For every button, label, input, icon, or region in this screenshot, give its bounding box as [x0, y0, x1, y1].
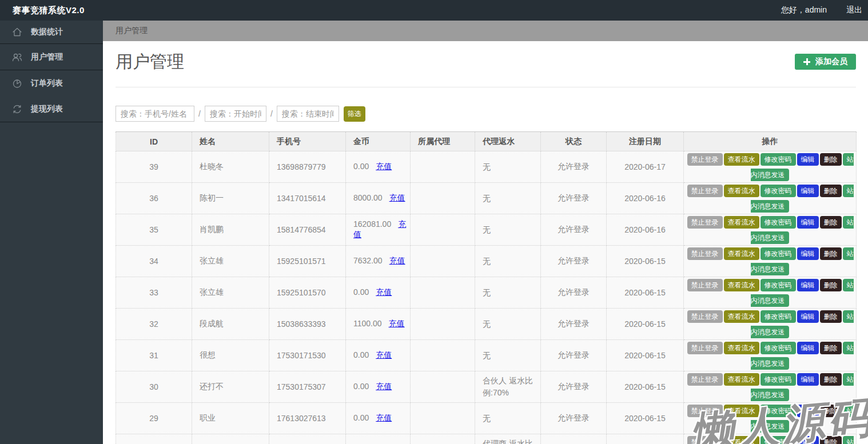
- delete-button[interactable]: 删除: [820, 247, 842, 260]
- delete-button[interactable]: 删除: [820, 405, 842, 417]
- recharge-link[interactable]: 充值: [376, 162, 392, 171]
- edit-button[interactable]: 编辑: [797, 342, 819, 354]
- view-flow-button[interactable]: 查看流水: [724, 216, 759, 229]
- view-flow-button[interactable]: 查看流水: [724, 405, 759, 417]
- recharge-link[interactable]: 充值: [376, 287, 392, 297]
- delete-button[interactable]: 删除: [820, 310, 842, 323]
- cell-status: 允许登录: [541, 403, 607, 434]
- header-rebate: 代理返水: [475, 132, 541, 151]
- cell-id: 30: [116, 371, 192, 403]
- cell-phone: 15038633393: [269, 309, 346, 340]
- coins-value: 0.00: [353, 287, 369, 297]
- forbid-login-button[interactable]: 禁止登录: [687, 436, 723, 444]
- recharge-link[interactable]: 充值: [376, 350, 392, 359]
- view-flow-button[interactable]: 查看流水: [724, 310, 759, 323]
- cell-status: 允许登录: [541, 151, 607, 183]
- search-end-time-input[interactable]: [277, 106, 339, 122]
- change-password-button[interactable]: 修改密码: [761, 247, 796, 260]
- cell-date: 2020-06-17: [607, 151, 684, 183]
- delete-button[interactable]: 删除: [820, 185, 842, 197]
- cell-name: 杜晓冬: [192, 151, 269, 183]
- view-flow-button[interactable]: 查看流水: [724, 185, 759, 197]
- cell-operations: 禁止登录查看流水修改密码编辑删除站内消息发送: [684, 309, 857, 340]
- forbid-login-button[interactable]: 禁止登录: [687, 279, 723, 291]
- forbid-login-button[interactable]: 禁止登录: [687, 247, 723, 260]
- forbid-login-button[interactable]: 禁止登录: [687, 153, 723, 166]
- edit-button[interactable]: 编辑: [797, 153, 819, 166]
- change-password-button[interactable]: 修改密码: [761, 436, 796, 444]
- cell-date: 2020-06-15: [607, 277, 684, 309]
- sidebar-item-order-list[interactable]: 订单列表: [0, 70, 103, 96]
- cell-rebate: 无: [475, 277, 541, 309]
- view-flow-button[interactable]: 查看流水: [724, 436, 759, 444]
- edit-button[interactable]: 编辑: [797, 373, 819, 386]
- forbid-login-button[interactable]: 禁止登录: [687, 310, 723, 323]
- change-password-button[interactable]: 修改密码: [761, 310, 796, 323]
- change-password-button[interactable]: 修改密码: [761, 405, 796, 417]
- delete-button[interactable]: 删除: [820, 279, 842, 291]
- delete-button[interactable]: 删除: [820, 436, 842, 444]
- recharge-link[interactable]: 充值: [376, 382, 392, 391]
- cell-operations: 禁止登录查看流水修改密码编辑删除站内消息发送: [684, 151, 857, 183]
- cell-date: 2020-06-15: [607, 309, 684, 340]
- sidebar: 数据统计 用户管理 订单列表 提现列表: [0, 21, 103, 444]
- sidebar-item-data-stats[interactable]: 数据统计: [0, 21, 103, 43]
- change-password-button[interactable]: 修改密码: [761, 342, 796, 354]
- forbid-login-button[interactable]: 禁止登录: [687, 405, 723, 417]
- view-flow-button[interactable]: 查看流水: [724, 153, 759, 166]
- cell-coins: 0.00充值: [346, 434, 411, 444]
- forbid-login-button[interactable]: 禁止登录: [687, 185, 723, 197]
- edit-button[interactable]: 编辑: [797, 436, 819, 444]
- view-flow-button[interactable]: 查看流水: [724, 373, 759, 386]
- sidebar-item-label: 用户管理: [31, 52, 63, 62]
- change-password-button[interactable]: 修改密码: [761, 153, 796, 166]
- add-member-button[interactable]: 添加会员: [795, 54, 856, 70]
- view-flow-button[interactable]: 查看流水: [724, 279, 759, 291]
- cell-name: 段成航: [192, 309, 269, 340]
- sidebar-item-withdraw-list[interactable]: 提现列表: [0, 96, 103, 122]
- edit-button[interactable]: 编辑: [797, 405, 819, 417]
- search-start-time-input[interactable]: [205, 106, 266, 122]
- cell-agent: [411, 151, 475, 183]
- delete-button[interactable]: 删除: [820, 373, 842, 386]
- app-title: 赛事竞猜系统V2.0: [0, 5, 85, 16]
- change-password-button[interactable]: 修改密码: [761, 216, 796, 229]
- search-keyword-input[interactable]: [116, 106, 194, 122]
- cell-phone: 15925101570: [269, 277, 346, 309]
- view-flow-button[interactable]: 查看流水: [724, 342, 759, 354]
- edit-button[interactable]: 编辑: [797, 279, 819, 291]
- filter-button[interactable]: 筛选: [344, 106, 365, 122]
- change-password-button[interactable]: 修改密码: [761, 279, 796, 291]
- recharge-link[interactable]: 充值: [389, 319, 405, 328]
- edit-button[interactable]: 编辑: [797, 216, 819, 229]
- cell-date: 2020-06-16: [607, 183, 684, 214]
- cell-id: 31: [116, 340, 192, 371]
- cell-agent: [411, 371, 475, 403]
- recharge-link[interactable]: 充值: [376, 413, 392, 422]
- recharge-link[interactable]: 充值: [389, 193, 405, 202]
- delete-button[interactable]: 删除: [820, 342, 842, 354]
- cell-agent: [411, 214, 475, 246]
- change-password-button[interactable]: 修改密码: [761, 373, 796, 386]
- cell-operations: 禁止登录查看流水修改密码编辑删除站内消息发送: [684, 434, 857, 444]
- table-header-row: ID 姓名 手机号 金币 所属代理 代理返水 状态 注册日期 操作: [116, 132, 857, 151]
- cell-id: 27: [116, 434, 192, 444]
- cell-name: 菜徐坤: [192, 434, 269, 444]
- header-phone: 手机号: [269, 132, 346, 151]
- cell-id: 34: [116, 246, 192, 277]
- delete-button[interactable]: 删除: [820, 153, 842, 166]
- cell-name: 肖凯鹏: [192, 214, 269, 246]
- forbid-login-button[interactable]: 禁止登录: [687, 342, 723, 354]
- forbid-login-button[interactable]: 禁止登录: [687, 373, 723, 386]
- edit-button[interactable]: 编辑: [797, 185, 819, 197]
- logout-link[interactable]: 退出: [846, 5, 862, 15]
- cell-date: 2020-06-15: [607, 403, 684, 434]
- delete-button[interactable]: 删除: [820, 216, 842, 229]
- sidebar-item-user-management[interactable]: 用户管理: [0, 44, 103, 70]
- recharge-link[interactable]: 充值: [389, 256, 405, 265]
- forbid-login-button[interactable]: 禁止登录: [687, 216, 723, 229]
- edit-button[interactable]: 编辑: [797, 247, 819, 260]
- view-flow-button[interactable]: 查看流水: [724, 247, 759, 260]
- edit-button[interactable]: 编辑: [797, 310, 819, 323]
- change-password-button[interactable]: 修改密码: [761, 185, 796, 197]
